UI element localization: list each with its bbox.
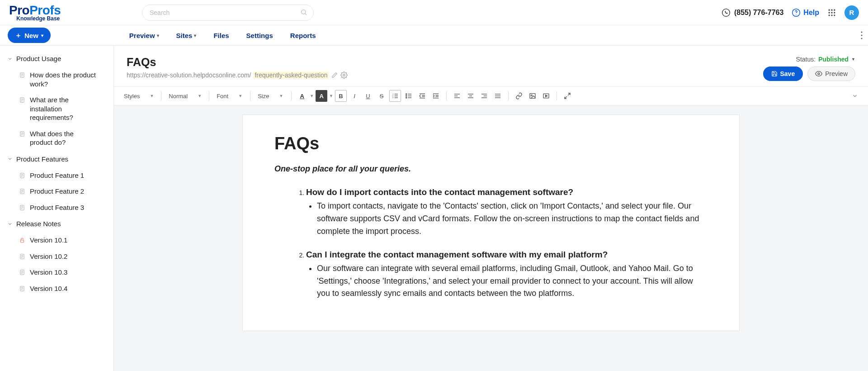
save-button[interactable]: Save [763, 67, 803, 81]
outdent-icon[interactable] [416, 90, 428, 102]
logo[interactable]: ProProfs Knowledge Base [9, 4, 61, 21]
faq-item[interactable]: How do I import contacts into the contac… [306, 187, 708, 238]
sidebar-group-release-notes[interactable]: Release Notes [0, 215, 113, 232]
svg-text:3: 3 [392, 96, 394, 99]
toolbar-font-select[interactable]: Font▼ [214, 90, 245, 101]
document-icon [19, 285, 25, 292]
toolbar-size-select[interactable]: Size▼ [255, 90, 287, 101]
doc-heading[interactable]: FAQs [274, 134, 708, 153]
caret-down-icon[interactable]: ▼ [329, 94, 333, 98]
collapse-toolbar-icon[interactable] [849, 90, 861, 102]
caret-down-icon: ▼ [851, 57, 855, 62]
svg-rect-88 [530, 94, 535, 99]
page-url-slug[interactable]: frequently-asked-question [254, 71, 328, 79]
page-url: https://creative-solution.helpdocsonline… [127, 71, 348, 79]
sidebar-item-install-req[interactable]: What are the installation requirements? [0, 92, 113, 126]
svg-point-67 [406, 97, 407, 98]
align-right-icon[interactable] [478, 90, 490, 102]
svg-line-1 [305, 14, 307, 15]
sidebar-item-label: Product Feature 3 [30, 203, 84, 212]
sidebar-item-feature-2[interactable]: Product Feature 2 [0, 183, 113, 200]
embed-icon[interactable] [540, 90, 552, 102]
sidebar-item-feature-1[interactable]: Product Feature 1 [0, 167, 113, 184]
save-icon [771, 71, 778, 77]
second-bar: ＋ New ▾ Preview▾ Sites▾ Files Settings R… [0, 25, 868, 45]
separator [161, 91, 161, 100]
tab-files[interactable]: Files [213, 32, 229, 39]
text-color-icon[interactable]: A [296, 90, 308, 102]
gear-icon[interactable] [340, 71, 348, 79]
sidebar-item-feature-3[interactable]: Product Feature 3 [0, 200, 113, 216]
sidebar-item-how-work[interactable]: How does the product work? [0, 67, 113, 92]
sidebar-item-what-do[interactable]: What does the product do? [0, 126, 113, 151]
caret-down-icon: ▼ [150, 94, 154, 98]
tab-sites[interactable]: Sites▾ [176, 32, 197, 39]
status-label: Status: [796, 56, 816, 63]
link-icon[interactable] [513, 90, 525, 102]
chevron-down-icon [7, 221, 13, 227]
toolbar-format-select[interactable]: Normal▼ [166, 90, 204, 101]
document[interactable]: FAQs One-stop place for all your queries… [242, 114, 740, 331]
sidebar[interactable]: Product Usage How does the product work?… [0, 45, 114, 371]
align-justify-icon[interactable] [492, 90, 504, 102]
align-center-icon[interactable] [465, 90, 476, 102]
editor-canvas[interactable]: FAQs One-stop place for all your queries… [114, 105, 868, 371]
search-input[interactable] [142, 5, 314, 21]
svg-point-0 [302, 10, 306, 14]
sidebar-item-label: Version 10.1 [30, 236, 67, 245]
status-row[interactable]: Status: Published ▼ [763, 56, 856, 63]
bg-color-icon[interactable]: A [316, 90, 327, 102]
svg-point-10 [834, 12, 835, 13]
separator [250, 91, 250, 100]
faq-question[interactable]: Can I integrate the contact management s… [306, 250, 708, 260]
doc-subtitle[interactable]: One-stop place for all your queries. [274, 164, 708, 174]
top-bar: ProProfs Knowledge Base (855) 776-7763 H… [0, 0, 868, 25]
sidebar-group-product-usage[interactable]: Product Usage [0, 50, 113, 67]
preview-button[interactable]: Preview [807, 67, 855, 81]
toolbar-styles-select[interactable]: Styles▼ [121, 90, 156, 101]
strike-icon[interactable]: S [376, 90, 387, 102]
ol-icon[interactable]: 123 [389, 90, 401, 102]
logo-subtitle: Knowledge Base [16, 16, 61, 21]
phone-label: (855) 776-7763 [734, 9, 783, 17]
avatar[interactable]: R [844, 5, 859, 20]
ul-icon[interactable] [403, 90, 415, 102]
faq-question[interactable]: How do I import contacts into the contac… [306, 187, 708, 197]
indent-icon[interactable] [430, 90, 442, 102]
pencil-icon[interactable] [331, 72, 338, 78]
phone-number[interactable]: (855) 776-7763 [722, 8, 783, 17]
svg-point-16 [861, 38, 862, 39]
separator [209, 91, 209, 100]
sidebar-item-label: How does the product work? [30, 71, 98, 88]
bold-icon[interactable]: B [335, 90, 347, 102]
caret-down-icon[interactable]: ▼ [310, 94, 314, 98]
faq-item[interactable]: Can I integrate the contact management s… [306, 250, 708, 300]
sidebar-item-version-10-1[interactable]: Version 10.1 [0, 232, 113, 248]
svg-point-8 [829, 12, 830, 13]
tab-preview[interactable]: Preview▾ [129, 32, 159, 39]
svg-point-89 [531, 95, 533, 96]
sidebar-group-product-features[interactable]: Product Features [0, 151, 113, 167]
page-header: FAQs https://creative-solution.helpdocso… [114, 46, 868, 86]
sidebar-item-version-10-2[interactable]: Version 10.2 [0, 248, 113, 265]
tab-reports[interactable]: Reports [290, 32, 316, 39]
sidebar-group-label: Product Usage [16, 55, 61, 62]
kebab-icon[interactable] [861, 31, 863, 39]
document-icon [19, 71, 25, 79]
apps-icon[interactable] [827, 8, 836, 17]
new-button[interactable]: ＋ New ▾ [8, 28, 51, 43]
search-icon[interactable] [300, 9, 307, 16]
sidebar-item-version-10-3[interactable]: Version 10.3 [0, 264, 113, 281]
align-left-icon[interactable] [451, 90, 463, 102]
sidebar-item-version-10-4[interactable]: Version 10.4 [0, 281, 113, 297]
maximize-icon[interactable] [561, 90, 573, 102]
sidebar-item-label: Version 10.4 [30, 284, 67, 293]
tab-settings[interactable]: Settings [246, 32, 273, 39]
help-link[interactable]: Help [792, 8, 819, 17]
image-icon[interactable] [527, 90, 538, 102]
italic-icon[interactable]: I [349, 90, 360, 102]
document-icon [19, 269, 25, 276]
faq-answer[interactable]: To import contacts, navigate to the 'Con… [317, 200, 708, 238]
underline-icon[interactable]: U [362, 90, 374, 102]
faq-answer[interactable]: Our software can integrate with several … [317, 262, 708, 300]
